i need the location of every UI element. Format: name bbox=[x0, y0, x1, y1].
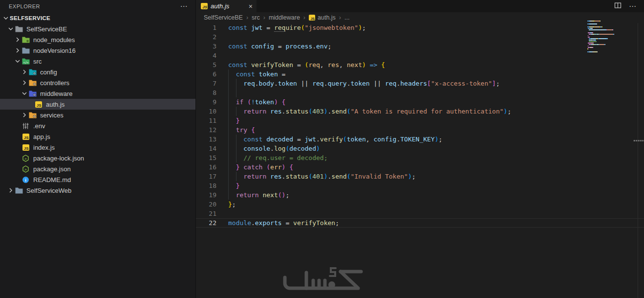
code-line-11[interactable]: 11} bbox=[196, 116, 644, 125]
indent-guide bbox=[236, 135, 236, 144]
line-number: 4 bbox=[196, 51, 216, 60]
code-line-1[interactable]: 1const jwt = require("jsonwebtoken"); bbox=[196, 23, 644, 32]
breadcrumb-item-selfservicebe[interactable]: SelfServiceBE bbox=[204, 14, 243, 21]
breadcrumb-separator: › bbox=[263, 14, 265, 21]
code-line-14[interactable]: 14console.log(decoded) bbox=[196, 144, 644, 153]
line-content: const decoded = jwt.verify(token, config… bbox=[228, 135, 644, 144]
line-content bbox=[228, 88, 644, 97]
split-editor-icon[interactable] bbox=[614, 2, 622, 11]
code-line-15[interactable]: 15// req.user = decoded; bbox=[196, 153, 644, 162]
tree-item--env[interactable]: .env bbox=[0, 120, 195, 131]
code-line-12[interactable]: 12try { bbox=[196, 125, 644, 135]
js-file-icon: JS bbox=[22, 144, 29, 151]
code-line-7[interactable]: 7req.body.token || req.query.token || re… bbox=[196, 79, 644, 88]
tree-item-middleware[interactable]: middleware bbox=[0, 88, 195, 99]
tree-item-selfservicebe[interactable]: SelfServiceBE bbox=[0, 23, 195, 34]
code-line-6[interactable]: 6const token = bbox=[196, 69, 644, 79]
tree-item-nodeversion16[interactable]: nodeVersion16 bbox=[0, 45, 195, 56]
tab-label: auth.js bbox=[211, 2, 229, 10]
json-file-icon: js bbox=[22, 155, 29, 162]
tree-item-label: middleware bbox=[40, 90, 72, 97]
line-number: 10 bbox=[196, 107, 216, 116]
tree-item-label: package.json bbox=[33, 165, 71, 173]
indent-guide bbox=[236, 107, 236, 116]
code-line-16[interactable]: 16} catch (err) { bbox=[196, 162, 644, 172]
breadcrumb-item-middleware[interactable]: middleware bbox=[269, 14, 300, 21]
code-line-3[interactable]: 3const config = process.env; bbox=[196, 42, 644, 51]
line-content: const token = bbox=[228, 69, 644, 79]
line-number: 18 bbox=[196, 181, 216, 190]
code-line-19[interactable]: 19return next(); bbox=[196, 190, 644, 200]
tree-item-package-lock-json[interactable]: jspackage-lock.json bbox=[0, 153, 195, 163]
breadcrumb-item--[interactable]: ... bbox=[344, 14, 349, 21]
tab-bar: JS auth.js × ⋯ bbox=[196, 0, 644, 12]
tree-item-label: package-lock.json bbox=[33, 155, 84, 162]
tab-auth-js[interactable]: JS auth.js × bbox=[196, 0, 257, 12]
line-number: 22 bbox=[196, 218, 216, 228]
line-content: } bbox=[228, 181, 644, 190]
tree-item-controllers[interactable]: controllers bbox=[0, 77, 195, 88]
line-content: return res.status(401).send("Invalid Tok… bbox=[228, 172, 644, 181]
tree-item-selfserviceweb[interactable]: SelfServiceWeb bbox=[0, 185, 195, 196]
code-line-22[interactable]: 22module.exports = verifyToken; bbox=[196, 218, 644, 228]
svg-text:</>: </> bbox=[23, 60, 28, 64]
minimap[interactable] bbox=[587, 21, 631, 53]
line-content: return res.status(403).send("A token is … bbox=[228, 107, 644, 116]
scrollbar-track[interactable] bbox=[638, 23, 638, 298]
line-number: 13 bbox=[196, 135, 216, 144]
tree-item-label: auth.js bbox=[46, 101, 64, 108]
line-number: 1 bbox=[196, 23, 216, 32]
tree-item-label: src bbox=[33, 58, 42, 65]
tree-item-index-js[interactable]: JSindex.js bbox=[0, 142, 195, 153]
indent-guide bbox=[228, 97, 229, 107]
breadcrumb-item-auth-js[interactable]: JSauth.js bbox=[309, 14, 336, 21]
explorer-more-actions-icon[interactable]: ⋯ bbox=[180, 4, 188, 9]
workspace-section-header[interactable]: SELFSERVICE bbox=[0, 13, 195, 23]
tree-item-readme-md[interactable]: iREADME.md bbox=[0, 174, 195, 185]
line-number: 19 bbox=[196, 190, 216, 200]
folder-icon bbox=[29, 91, 37, 97]
code-line-4[interactable]: 4 bbox=[196, 51, 644, 60]
indent-guide bbox=[228, 162, 229, 172]
line-number: 2 bbox=[196, 32, 216, 42]
code-line-5[interactable]: 5const verifyToken = (req, res, next) =>… bbox=[196, 60, 644, 69]
chevron-right-icon bbox=[21, 79, 28, 87]
line-number: 6 bbox=[196, 69, 216, 79]
indent-guide bbox=[228, 69, 229, 79]
tree-item-label: README.md bbox=[33, 176, 71, 183]
tree-item-services[interactable]: services bbox=[0, 110, 195, 120]
tree-item-config[interactable]: config bbox=[0, 67, 195, 77]
chevron-down-icon bbox=[7, 25, 15, 33]
tree-item-app-js[interactable]: JSapp.js bbox=[0, 131, 195, 142]
vscode-window: EXPLORER ⋯ SELFSERVICE SelfServiceBEnode… bbox=[0, 0, 644, 298]
more-actions-icon[interactable]: ⋯ bbox=[629, 4, 636, 9]
tree-item-auth-js[interactable]: JSauth.js bbox=[0, 99, 195, 110]
breadcrumb-item-src[interactable]: src bbox=[252, 14, 260, 21]
code-line-18[interactable]: 18} bbox=[196, 181, 644, 190]
js-file-icon: JS bbox=[309, 15, 315, 21]
line-number: 21 bbox=[196, 209, 216, 218]
tree-item-node-modules[interactable]: node_modules bbox=[0, 34, 195, 45]
line-number: 16 bbox=[196, 162, 216, 172]
tree-item-label: nodeVersion16 bbox=[33, 47, 76, 54]
js-file-icon: JS bbox=[22, 134, 29, 140]
close-icon[interactable]: × bbox=[249, 2, 253, 10]
watermark-logo bbox=[281, 267, 365, 294]
code-line-21[interactable]: 21 bbox=[196, 209, 644, 218]
code-line-8[interactable]: 8 bbox=[196, 88, 644, 97]
code-line-10[interactable]: 10return res.status(403).send("A token i… bbox=[196, 107, 644, 116]
code-line-2[interactable]: 2 bbox=[196, 32, 644, 42]
tree-item-package-json[interactable]: jspackage.json bbox=[0, 163, 195, 174]
code-line-20[interactable]: 20}; bbox=[196, 200, 644, 209]
overview-ruler-marker[interactable] bbox=[634, 140, 644, 141]
code-line-13[interactable]: 13const decoded = jwt.verify(token, conf… bbox=[196, 135, 644, 144]
info-icon: i bbox=[22, 176, 29, 183]
line-number: 20 bbox=[196, 200, 216, 209]
code-line-17[interactable]: 17return res.status(401).send("Invalid T… bbox=[196, 172, 644, 181]
line-content: const jwt = require("jsonwebtoken"); bbox=[228, 23, 644, 32]
code-line-9[interactable]: 9if (!token) { bbox=[196, 97, 644, 107]
tree-item-src[interactable]: </>src bbox=[0, 56, 195, 67]
indent-guide bbox=[228, 107, 229, 116]
file-tree: SelfServiceBEnode_modulesnodeVersion16</… bbox=[0, 23, 195, 298]
indent-guide bbox=[228, 190, 229, 200]
